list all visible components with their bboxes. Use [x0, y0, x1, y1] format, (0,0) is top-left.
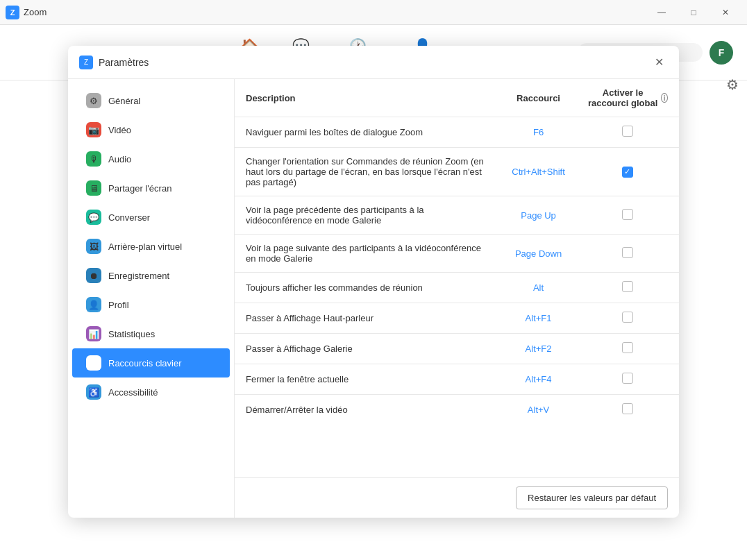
- table-row: Naviguer parmi les boîtes de dialogue Zo…: [235, 117, 679, 148]
- row-description-2: Voir la page précédente des participants…: [235, 196, 501, 235]
- sidebar-audio-label: Audio: [108, 154, 131, 164]
- table-row: Voir la page précédente des participants…: [235, 196, 679, 235]
- table-header-row: Description Raccourci Activer le raccour…: [235, 79, 679, 117]
- content-scroll: Description Raccourci Activer le raccour…: [235, 79, 679, 477]
- dialog-close-button[interactable]: ✕: [651, 54, 668, 70]
- sidebar-stats-label: Statistiques: [108, 329, 155, 339]
- row-activer-2: [576, 196, 679, 235]
- sidebar-item-audio[interactable]: 🎙 Audio: [72, 144, 230, 173]
- info-icon[interactable]: i: [661, 93, 668, 103]
- sidebar-accessibility-label: Accessibilité: [108, 387, 158, 398]
- row-raccourci-2: Page Up: [501, 196, 576, 235]
- shortcuts-table: Description Raccourci Activer le raccour…: [235, 79, 679, 425]
- modal-overlay: Z Paramètres ✕ ⚙ Général 📷 Vidéo: [0, 25, 747, 560]
- table-row: Voir la page suivante des participants à…: [235, 235, 679, 273]
- col-header-raccourci: Raccourci: [501, 79, 576, 117]
- video-icon: 📷: [86, 122, 101, 137]
- sidebar-screen-label: Partager l'écran: [108, 183, 171, 194]
- table-row: Démarrer/Arrêter la vidéoAlt+V: [235, 395, 679, 425]
- screen-icon: 🖥: [86, 180, 101, 196]
- converser-icon: 💬: [86, 210, 101, 225]
- titlebar: Z Zoom — □ ✕: [0, 0, 747, 25]
- dialog-body: ⚙ Général 📷 Vidéo 🎙 Audio 🖥 Partager l'é…: [68, 79, 679, 518]
- row-activer-5: [576, 303, 679, 334]
- settings-dialog: Z Paramètres ✕ ⚙ Général 📷 Vidéo: [68, 46, 679, 518]
- row-raccourci-4: Alt: [501, 273, 576, 303]
- checkbox-4[interactable]: [622, 281, 633, 292]
- checkbox-7[interactable]: [622, 373, 633, 384]
- app-body: 🏠 Accueil 💬 Chat 🕐 Réunions 👤 Contacts 🔍…: [0, 25, 747, 560]
- col-header-description: Description: [235, 79, 501, 117]
- sidebar-item-accessibility[interactable]: ♿ Accessibilité: [72, 377, 230, 407]
- checkbox-8[interactable]: [622, 403, 633, 414]
- sidebar-item-background[interactable]: 🖼 Arrière-plan virtuel: [72, 232, 230, 261]
- col-header-activer: Activer le raccourci global i: [576, 79, 679, 117]
- app-logo: Z: [6, 6, 19, 19]
- table-row: Toujours afficher les commandes de réuni…: [235, 273, 679, 303]
- row-activer-0: [576, 117, 679, 148]
- sidebar-item-screen[interactable]: 🖥 Partager l'écran: [72, 173, 230, 203]
- dialog-logo: Z: [79, 56, 93, 69]
- stats-icon: 📊: [86, 326, 101, 341]
- dialog-header: Z Paramètres ✕: [68, 46, 679, 79]
- table-row: Passer à Affichage GalerieAlt+F2: [235, 334, 679, 364]
- accessibility-icon: ♿: [86, 384, 101, 400]
- row-activer-6: [576, 334, 679, 364]
- row-activer-4: [576, 273, 679, 303]
- checkbox-2[interactable]: [622, 209, 633, 220]
- row-raccourci-6: Alt+F2: [501, 334, 576, 364]
- table-row: Passer à Affichage Haut-parleurAlt+F1: [235, 303, 679, 334]
- row-raccourci-5: Alt+F1: [501, 303, 576, 334]
- sidebar-general-label: Général: [108, 96, 140, 106]
- background-icon: 🖼: [86, 239, 101, 254]
- row-activer-7: [576, 364, 679, 395]
- row-raccourci-7: Alt+F4: [501, 364, 576, 395]
- recording-icon: ⏺: [86, 268, 101, 283]
- row-activer-8: [576, 395, 679, 425]
- row-description-6: Passer à Affichage Galerie: [235, 334, 501, 364]
- restore-defaults-button[interactable]: Restaurer les valeurs par défaut: [516, 486, 668, 509]
- sidebar-keyboard-label: Raccourcis clavier: [108, 358, 181, 368]
- row-description-0: Naviguer parmi les boîtes de dialogue Zo…: [235, 117, 501, 148]
- settings-sidebar: ⚙ Général 📷 Vidéo 🎙 Audio 🖥 Partager l'é…: [68, 79, 235, 518]
- minimize-button[interactable]: —: [646, 0, 678, 25]
- row-raccourci-8: Alt+V: [501, 395, 576, 425]
- sidebar-item-stats[interactable]: 📊 Statistiques: [72, 319, 230, 348]
- row-raccourci-3: Page Down: [501, 235, 576, 273]
- row-description-4: Toujours afficher les commandes de réuni…: [235, 273, 501, 303]
- audio-icon: 🎙: [86, 151, 101, 167]
- close-button[interactable]: ✕: [710, 0, 741, 25]
- table-row: Changer l'orientation sur Commandes de r…: [235, 148, 679, 196]
- row-description-3: Voir la page suivante des participants à…: [235, 235, 501, 273]
- sidebar-recording-label: Enregistrement: [108, 271, 169, 281]
- checkbox-6[interactable]: [622, 342, 633, 353]
- sidebar-item-general[interactable]: ⚙ Général: [72, 86, 230, 115]
- dialog-title: Paramètres: [99, 57, 149, 68]
- row-raccourci-0: F6: [501, 117, 576, 148]
- sidebar-item-profile[interactable]: 👤 Profil: [72, 290, 230, 319]
- checkbox-1[interactable]: ✓: [622, 167, 633, 178]
- sidebar-profile-label: Profil: [108, 300, 129, 310]
- sidebar-background-label: Arrière-plan virtuel: [108, 241, 182, 252]
- app-title: Zoom: [24, 7, 47, 17]
- table-row: Fermer la fenêtre actuelleAlt+F4: [235, 364, 679, 395]
- row-activer-3: [576, 235, 679, 273]
- maximize-button[interactable]: □: [678, 0, 710, 25]
- row-description-8: Démarrer/Arrêter la vidéo: [235, 395, 501, 425]
- checkbox-5[interactable]: [622, 312, 633, 323]
- checkbox-0[interactable]: [622, 126, 633, 137]
- dialog-footer: Restaurer les valeurs par défaut: [235, 477, 679, 518]
- keyboard-icon: ⌨: [86, 355, 101, 371]
- row-description-7: Fermer la fenêtre actuelle: [235, 364, 501, 395]
- content-area: Description Raccourci Activer le raccour…: [235, 79, 679, 518]
- sidebar-item-video[interactable]: 📷 Vidéo: [72, 115, 230, 144]
- sidebar-item-keyboard[interactable]: ⌨ Raccourcis clavier: [72, 348, 230, 377]
- checkbox-3[interactable]: [622, 247, 633, 258]
- sidebar-item-chat[interactable]: 💬 Converser: [72, 203, 230, 232]
- dialog-title-row: Z Paramètres: [79, 56, 149, 69]
- sidebar-item-recording[interactable]: ⏺ Enregistrement: [72, 261, 230, 290]
- row-raccourci-1: Ctrl+Alt+Shift: [501, 148, 576, 196]
- row-description-1: Changer l'orientation sur Commandes de r…: [235, 148, 501, 196]
- activer-header-inner: Activer le raccourci global i: [587, 87, 668, 108]
- sidebar-chat-label: Converser: [108, 212, 150, 223]
